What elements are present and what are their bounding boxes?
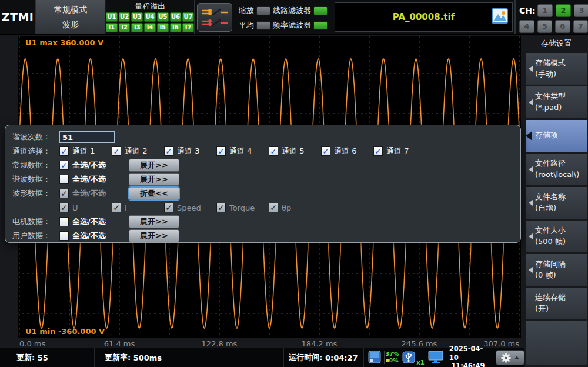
waveform-data-select-all-checkbox — [59, 189, 69, 198]
channel-7-checkbox[interactable] — [373, 146, 383, 156]
harmonic-data-expand-button[interactable]: 展开>> — [129, 173, 179, 186]
channel-6-checkbox[interactable] — [321, 146, 330, 156]
channel-button-1[interactable]: 1 — [537, 4, 553, 17]
channel-4-option: 通道 4 — [216, 146, 269, 156]
runtime-value: 0:04:27 — [325, 353, 358, 362]
filter-toggles: 缩放 线路滤波器 平均 频率滤波器 — [234, 0, 333, 34]
range-overflow-panel: 量程溢出 U1U2U3U4U5U6U7 I1I2I3I4I5I6I7 — [106, 0, 195, 34]
storage-settings-sidebar: 存储设置 存储模式(手动)文件类型(*.pad)存储项文件路径(root\loc… — [524, 35, 588, 367]
overflow-badge-u1: U1 — [106, 12, 118, 22]
user-data-select-all-checkbox[interactable] — [59, 231, 69, 241]
harmonic-data-label: 谐波数据 : — [12, 174, 59, 185]
status-bar: 更新: 55 更新率: 500ms 运行时间: 0:04:27 37% 0% — [0, 348, 524, 367]
filename-display[interactable]: PA_00008.tif — [335, 2, 513, 32]
channel-2-checkbox[interactable] — [112, 146, 121, 156]
harmonic-data-select-all-label: 全选/不选 — [72, 174, 123, 185]
arrow-left-icon — [529, 200, 533, 206]
user-data-expand-button[interactable]: 展开>> — [129, 229, 179, 242]
arrow-left-icon — [529, 66, 533, 72]
channel-option-label: 通道 1 — [72, 146, 95, 156]
time-tick-1: 61.4 ms — [104, 339, 135, 348]
user-data-label: 用户数据 : — [12, 231, 59, 241]
motor-data-label: 电机数据 : — [12, 216, 59, 227]
motor-data-select-all-checkbox[interactable] — [59, 217, 69, 226]
mode-line1: 常规模式 — [54, 5, 87, 15]
filename-text: PA_00008.tif — [393, 12, 455, 22]
sidebar-item-sub: (手动) — [535, 69, 566, 79]
waveform-data-select-all-label: 全选/不选 — [72, 188, 123, 199]
channel-button-2[interactable]: 2 — [556, 4, 571, 17]
channel-button-6[interactable]: 6 — [555, 20, 570, 33]
sidebar-item-label: 存储间隔 — [535, 259, 566, 269]
normal-data-select-all-checkbox[interactable] — [59, 161, 69, 170]
datetime-display: 2025-04-10 11:46:49 — [449, 345, 487, 367]
harmonic-data-select-all-checkbox[interactable] — [59, 175, 69, 184]
channel-5-checkbox[interactable] — [269, 146, 278, 156]
channel-1-checkbox[interactable] — [59, 146, 69, 156]
waveform-item-label: I — [125, 203, 127, 212]
wiring-settings-button[interactable] — [197, 3, 232, 32]
overflow-badge-i1: I1 — [106, 23, 118, 32]
channel-4-checkbox[interactable] — [216, 146, 226, 156]
mode-button[interactable]: 常规模式 波形 — [36, 0, 106, 34]
waveform-item-label: U — [72, 203, 78, 212]
overflow-badge-i3: I3 — [131, 23, 143, 32]
sidebar-item-storage-mode[interactable]: 存储模式(手动) — [526, 53, 587, 85]
wiring-icon — [200, 5, 229, 30]
cpu-dot-icon — [386, 359, 389, 362]
sidebar-item-file-path[interactable]: 文件路径(root\local\) — [526, 154, 587, 185]
storage-items-dialog: 谐波次数 : 通道选择 : 通道 1通道 2通道 3通道 4通道 5通道 6通道… — [5, 125, 521, 243]
channel-3-checkbox[interactable] — [164, 146, 173, 156]
sidebar-item-storage-items[interactable]: 存储项 — [526, 120, 587, 152]
zoom-indicator[interactable] — [256, 6, 270, 15]
channel-button-7[interactable]: 7 — [573, 20, 588, 33]
sidebar-item-empty — [526, 321, 587, 366]
sidebar-item-file-type[interactable]: 文件类型(*.pad) — [526, 86, 587, 118]
overflow-badge-u2: U2 — [119, 12, 131, 22]
freq-filter-indicator[interactable] — [313, 21, 328, 30]
sidebar-item-label: 文件大小 — [535, 225, 566, 236]
normal-data-label: 常规数据 : — [12, 160, 59, 171]
usage-percentages: 37% 0% — [384, 351, 399, 364]
channel-button-4[interactable]: 4 — [519, 20, 534, 33]
image-file-icon[interactable] — [492, 8, 508, 26]
waveform-item-u: U — [59, 203, 112, 212]
average-indicator[interactable] — [256, 21, 270, 30]
channel-6-option: 通道 6 — [321, 146, 373, 156]
disk-icon[interactable] — [368, 351, 381, 365]
sidebar-item-file-size[interactable]: 文件大小(500 帧) — [526, 221, 587, 252]
channel-label: CH: — [519, 6, 534, 15]
cpu-percent: 0% — [389, 357, 399, 363]
harmonic-count-label: 谐波次数 : — [12, 132, 59, 142]
motor-data-expand-button[interactable]: 展开>> — [129, 215, 179, 228]
date-value: 2025-04-10 — [449, 345, 487, 362]
network-icon[interactable] — [427, 350, 444, 366]
sidebar-item-storage-interval[interactable]: 存储间隔(0 帧) — [526, 254, 587, 286]
update-count-label: 更新: — [16, 352, 35, 363]
power-analyzer-screen: ZTMI 常规模式 波形 量程溢出 U1U2U3U4U5U6U7 I1I2I3I… — [0, 0, 588, 367]
u1-max-label: U1 max 360.000 V — [25, 38, 103, 47]
waveform-item-checkbox — [269, 203, 278, 212]
arrow-left-icon — [529, 233, 533, 239]
channel-button-5[interactable]: 5 — [537, 20, 553, 33]
sidebar-title: 存储设置 — [525, 35, 587, 52]
waveform-data-expand-button[interactable]: 折叠<< — [129, 187, 179, 200]
channel-option-label: 通道 7 — [386, 146, 409, 156]
settings-menu-button[interactable] — [496, 350, 524, 365]
time-tick-3: 184.2 ms — [302, 339, 338, 348]
time-tick-0: 0.0 ms — [19, 339, 45, 348]
sidebar-item-continuous-storage[interactable]: 连续存储(开) — [526, 288, 587, 319]
channel-button-3[interactable]: 3 — [574, 4, 588, 17]
overflow-badge-i4: I4 — [144, 23, 156, 32]
usb-icon[interactable] — [402, 350, 416, 366]
normal-data-expand-button[interactable]: 展开>> — [129, 159, 179, 172]
sidebar-item-file-name[interactable]: 文件名称(自增) — [526, 187, 587, 219]
waveform-data-label: 波形数据 : — [12, 188, 59, 199]
overflow-badge-i5: I5 — [157, 23, 169, 32]
overflow-badge-u3: U3 — [131, 12, 143, 22]
harmonic-count-input[interactable] — [59, 131, 115, 143]
line-filter-indicator[interactable] — [313, 6, 328, 15]
channel-option-label: 通道 4 — [229, 146, 252, 156]
line-filter-label: 线路滤波器 — [273, 5, 311, 16]
freq-filter-label: 频率滤波器 — [273, 20, 311, 31]
